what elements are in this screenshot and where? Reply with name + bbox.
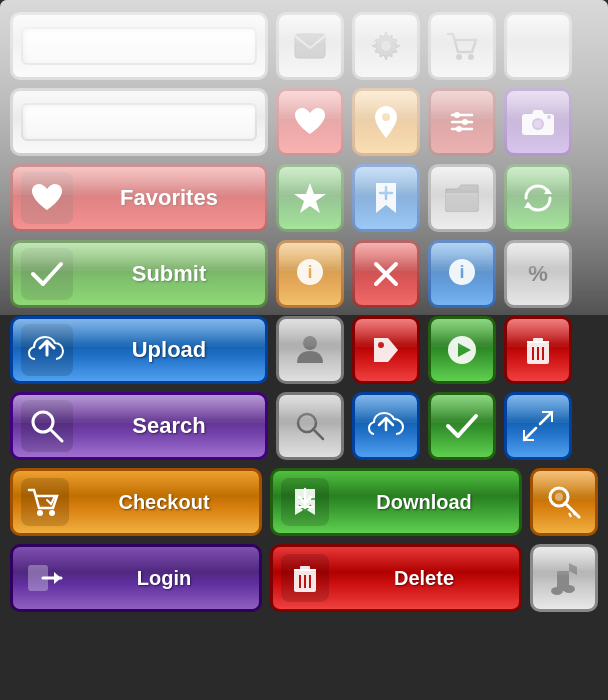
svg-point-4: [468, 54, 474, 60]
download-button[interactable]: Download: [270, 468, 522, 536]
svg-rect-0: [295, 34, 325, 58]
cart-button[interactable]: [428, 12, 496, 80]
favorites-label: Favorites: [81, 185, 257, 211]
row-4: Submit i i %: [10, 240, 598, 308]
info-button-2[interactable]: i: [428, 240, 496, 308]
checkout-label: Checkout: [77, 491, 251, 514]
bookmark-button[interactable]: [352, 164, 420, 232]
svg-point-3: [456, 54, 462, 60]
percent-button[interactable]: %: [504, 240, 572, 308]
download-icon-box: [281, 478, 329, 526]
row-8: Login Delete: [10, 544, 598, 612]
music-button[interactable]: [530, 544, 598, 612]
upload-label: Upload: [81, 337, 257, 363]
svg-point-28: [378, 342, 384, 348]
favorites-icon-box: [21, 172, 73, 224]
row-5: Upload: [10, 316, 598, 384]
checkout-button[interactable]: Checkout: [10, 468, 262, 536]
play-button[interactable]: [428, 316, 496, 384]
svg-point-9: [454, 112, 460, 118]
svg-text:i: i: [307, 262, 312, 282]
svg-point-65: [551, 587, 563, 595]
svg-marker-16: [294, 183, 326, 213]
svg-point-48: [49, 510, 55, 516]
favorites-button[interactable]: Favorites: [10, 164, 268, 232]
email-button[interactable]: [276, 12, 344, 80]
search-sq-button[interactable]: [276, 392, 344, 460]
svg-point-27: [303, 336, 317, 350]
svg-marker-19: [524, 202, 532, 208]
login-icon-box: [21, 554, 69, 602]
person-button[interactable]: [276, 316, 344, 384]
svg-marker-57: [54, 572, 61, 584]
row-1: [10, 12, 598, 80]
folder-button[interactable]: [428, 164, 496, 232]
close-button[interactable]: [352, 240, 420, 308]
svg-point-51: [555, 493, 563, 501]
svg-point-10: [462, 119, 468, 125]
row-7: Checkout Download: [10, 468, 598, 536]
svg-line-43: [540, 412, 552, 424]
upload-sq-button[interactable]: [352, 392, 420, 460]
upload-icon-box: [21, 324, 73, 376]
refresh-button[interactable]: [504, 164, 572, 232]
location-button[interactable]: [352, 88, 420, 156]
check-button[interactable]: [428, 392, 496, 460]
checkout-icon-box: [21, 478, 69, 526]
key-button[interactable]: [530, 468, 598, 536]
login-button[interactable]: Login: [10, 544, 262, 612]
row-6: Search: [10, 392, 598, 460]
upload-button[interactable]: Upload: [10, 316, 268, 384]
search-button[interactable]: Search: [10, 392, 268, 460]
svg-rect-60: [300, 566, 310, 571]
search-icon-box: [21, 400, 73, 452]
submit-button[interactable]: Submit: [10, 240, 268, 308]
settings-button[interactable]: [352, 12, 420, 80]
svg-point-11: [456, 126, 462, 132]
svg-line-54: [569, 513, 571, 517]
delete-icon-box: [281, 554, 329, 602]
input-bar-2[interactable]: [21, 103, 257, 141]
blank-button-1[interactable]: [504, 12, 572, 80]
svg-rect-33: [533, 338, 543, 343]
svg-point-66: [563, 585, 575, 593]
svg-point-14: [534, 120, 542, 128]
arrows-button[interactable]: [504, 392, 572, 460]
svg-text:i: i: [459, 262, 464, 282]
search-label: Search: [81, 413, 257, 439]
heart-button[interactable]: [276, 88, 344, 156]
svg-line-40: [313, 429, 323, 439]
download-label: Download: [337, 491, 511, 514]
input-bar-1[interactable]: [21, 27, 257, 65]
svg-line-52: [565, 503, 579, 517]
submit-icon-box: [21, 248, 73, 300]
svg-point-15: [547, 115, 551, 119]
camera-button[interactable]: [504, 88, 572, 156]
tag-button[interactable]: [352, 316, 420, 384]
delete-button[interactable]: Delete: [270, 544, 522, 612]
input-button-2[interactable]: [10, 88, 268, 156]
svg-point-2: [381, 41, 391, 51]
row-2: [10, 88, 598, 156]
svg-point-5: [382, 113, 390, 121]
star-button[interactable]: [276, 164, 344, 232]
svg-rect-17: [446, 193, 478, 211]
svg-line-46: [524, 428, 536, 440]
trash-button-1[interactable]: [504, 316, 572, 384]
delete-label: Delete: [337, 567, 511, 590]
sliders-button[interactable]: [428, 88, 496, 156]
row-3: Favorites: [10, 164, 598, 232]
svg-point-47: [37, 510, 43, 516]
submit-label: Submit: [81, 261, 257, 287]
svg-line-38: [50, 429, 62, 441]
login-label: Login: [77, 567, 251, 590]
svg-text:%: %: [528, 261, 548, 286]
info-button-1[interactable]: i: [276, 240, 344, 308]
input-button-1[interactable]: [10, 12, 268, 80]
